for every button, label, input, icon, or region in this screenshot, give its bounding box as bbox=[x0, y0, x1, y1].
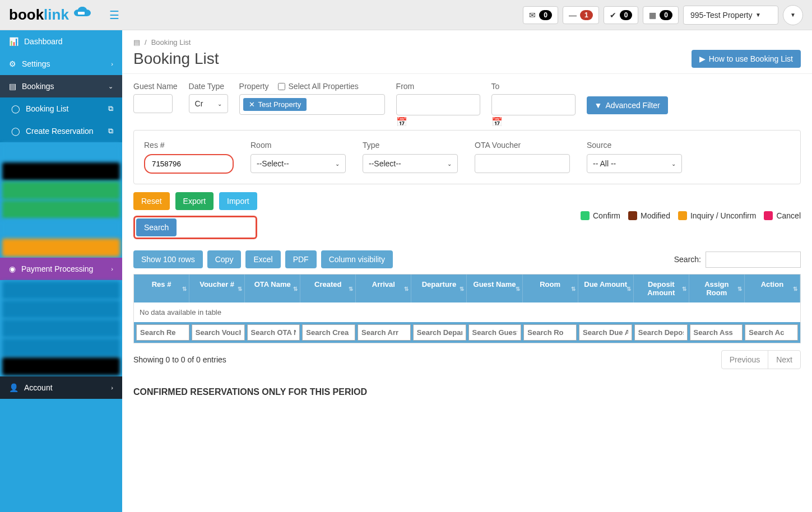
property-tag[interactable]: ✕ Test Property bbox=[243, 98, 307, 111]
col-filter-due[interactable] bbox=[579, 324, 632, 341]
show-rows-button[interactable]: Show 100 rows bbox=[133, 250, 203, 268]
table-tools: Show 100 rows Copy Excel PDF Column visi… bbox=[122, 245, 812, 274]
chevron-down-icon: ⌄ bbox=[447, 161, 452, 167]
play-icon: ▶ bbox=[699, 54, 706, 63]
home-icon[interactable]: ▤ bbox=[133, 38, 140, 46]
calendar-icon[interactable]: 📅 bbox=[396, 117, 407, 127]
sidebar-item-create-reservation[interactable]: ◯ Create Reservation ⧉ bbox=[0, 120, 122, 142]
legend-cancel: Cancel bbox=[764, 211, 801, 220]
th-room[interactable]: Room⇅ bbox=[523, 274, 578, 302]
sidebar-item-settings[interactable]: ⚙ Settings › bbox=[0, 53, 122, 75]
th-created[interactable]: Created⇅ bbox=[300, 274, 356, 302]
menu-toggle-icon[interactable]: ☰ bbox=[109, 8, 119, 22]
th-deposit[interactable]: Deposit Amount⇅ bbox=[634, 274, 689, 302]
export-button[interactable]: Export bbox=[175, 192, 214, 210]
table-search-input[interactable] bbox=[706, 252, 801, 268]
col-filter-deposit[interactable] bbox=[634, 324, 688, 341]
ota-voucher-input[interactable] bbox=[475, 154, 570, 173]
copy-button[interactable]: Copy bbox=[207, 250, 242, 268]
search-highlight: Search bbox=[133, 216, 257, 239]
to-date-input[interactable] bbox=[491, 94, 576, 115]
import-button[interactable]: Import bbox=[219, 192, 257, 210]
col-filter-ota[interactable] bbox=[247, 324, 300, 341]
sort-icon: ⇅ bbox=[571, 286, 576, 292]
column-visibility-button[interactable]: Column visibility bbox=[321, 250, 393, 268]
select-all-checkbox[interactable] bbox=[278, 83, 285, 90]
th-arrival[interactable]: Arrival⇅ bbox=[356, 274, 411, 302]
stat-messages[interactable]: ✉ 0 bbox=[523, 6, 558, 24]
table-footer: Showing 0 to 0 of 0 entries Previous Nex… bbox=[122, 343, 812, 376]
col-filter-room[interactable] bbox=[523, 324, 577, 341]
svg-rect-0 bbox=[78, 12, 85, 15]
advanced-filter-button[interactable]: ▼ Advanced Filter bbox=[587, 96, 668, 114]
envelope-icon: ✉ bbox=[529, 11, 536, 20]
legend-inquiry: Inquiry / Unconfirm bbox=[678, 211, 756, 220]
user-icon: 👤 bbox=[9, 383, 18, 392]
sidebar-item-bookings[interactable]: ▤ Bookings ⌄ bbox=[0, 75, 122, 97]
guest-name-label: Guest Name bbox=[133, 82, 178, 91]
stat-calendar[interactable]: ▦ 0 bbox=[643, 6, 679, 24]
th-res[interactable]: Res #⇅ bbox=[134, 274, 189, 302]
stat-minus[interactable]: — 1 bbox=[563, 6, 599, 24]
property-tag-input[interactable]: ✕ Test Property bbox=[239, 94, 385, 115]
search-button[interactable]: Search bbox=[136, 218, 177, 236]
sidebar-blur bbox=[2, 162, 120, 180]
main-content: ▤ / Booking List Booking List ▶ How to u… bbox=[122, 30, 812, 512]
sort-icon: ⇅ bbox=[404, 286, 409, 292]
sort-icon: ⇅ bbox=[460, 286, 464, 292]
how-to-button[interactable]: ▶ How to use Booking List bbox=[692, 50, 801, 68]
next-button[interactable]: Next bbox=[768, 351, 800, 369]
chevron-right-icon: › bbox=[111, 384, 113, 391]
col-filter-guest[interactable] bbox=[468, 324, 522, 341]
column-filter-row bbox=[134, 322, 800, 343]
excel-button[interactable]: Excel bbox=[245, 250, 280, 268]
th-voucher[interactable]: Voucher #⇅ bbox=[189, 274, 245, 302]
source-label: Source bbox=[587, 141, 682, 150]
th-action[interactable]: Action⇅ bbox=[745, 274, 800, 302]
date-type-label: Date Type bbox=[189, 82, 228, 91]
th-guest[interactable]: Guest Name⇅ bbox=[467, 274, 522, 302]
caret-down-icon: ▼ bbox=[790, 12, 796, 18]
res-label: Res # bbox=[144, 141, 234, 150]
col-filter-assign[interactable] bbox=[690, 324, 743, 341]
col-filter-voucher[interactable] bbox=[192, 324, 245, 341]
reset-button[interactable]: Reset bbox=[133, 192, 170, 210]
advanced-filter-label: Advanced Filter bbox=[605, 101, 660, 110]
circle-icon: ◯ bbox=[11, 127, 20, 136]
stat-badge: 0 bbox=[620, 10, 633, 20]
pdf-button[interactable]: PDF bbox=[285, 250, 317, 268]
dashboard-icon: 📊 bbox=[9, 37, 18, 46]
room-select[interactable]: --Select-- ⌄ bbox=[250, 154, 346, 173]
guest-name-input[interactable] bbox=[133, 94, 173, 113]
sidebar-item-account[interactable]: 👤 Account › bbox=[0, 376, 122, 399]
sort-icon: ⇅ bbox=[238, 286, 242, 292]
close-icon[interactable]: ✕ bbox=[249, 100, 255, 109]
col-filter-action[interactable] bbox=[745, 324, 798, 341]
user-dropdown[interactable]: ▼ bbox=[783, 5, 803, 25]
sidebar-item-dashboard[interactable]: 📊 Dashboard bbox=[0, 30, 122, 53]
th-departure[interactable]: Departure⇅ bbox=[411, 274, 467, 302]
th-assign[interactable]: Assign Room⇅ bbox=[689, 274, 745, 302]
sidebar-item-label: Bookings bbox=[22, 82, 54, 91]
breadcrumb: ▤ / Booking List bbox=[122, 30, 812, 50]
res-number-input[interactable] bbox=[144, 154, 234, 174]
th-due[interactable]: Due Amount⇅ bbox=[578, 274, 634, 302]
col-filter-res[interactable] bbox=[136, 324, 189, 341]
date-type-select[interactable]: Cr ⌄ bbox=[189, 94, 228, 113]
col-filter-created[interactable] bbox=[302, 324, 355, 341]
sidebar-item-booking-list[interactable]: ◯ Booking List ⧉ bbox=[0, 97, 122, 120]
calendar-icon[interactable]: 📅 bbox=[491, 117, 503, 127]
source-select[interactable]: -- All -- ⌄ bbox=[587, 154, 682, 173]
type-select[interactable]: --Select-- ⌄ bbox=[363, 154, 458, 173]
col-filter-arrival[interactable] bbox=[358, 324, 411, 341]
th-ota[interactable]: OTA Name⇅ bbox=[245, 274, 300, 302]
col-filter-departure[interactable] bbox=[413, 324, 466, 341]
sidebar-item-label: Account bbox=[24, 383, 53, 392]
stat-check[interactable]: ✔ 0 bbox=[604, 6, 639, 24]
property-selector[interactable]: 995-Test Property ▼ bbox=[683, 6, 778, 25]
prev-button[interactable]: Previous bbox=[722, 351, 768, 369]
sidebar-blur bbox=[2, 143, 120, 161]
confirmed-reservations-title: CONFIRMED RESERVATIONS ONLY FOR THIS PER… bbox=[122, 376, 812, 408]
sidebar-item-payment-processing[interactable]: ◉ Payment Processing › bbox=[0, 258, 122, 280]
from-date-input[interactable] bbox=[396, 94, 480, 115]
